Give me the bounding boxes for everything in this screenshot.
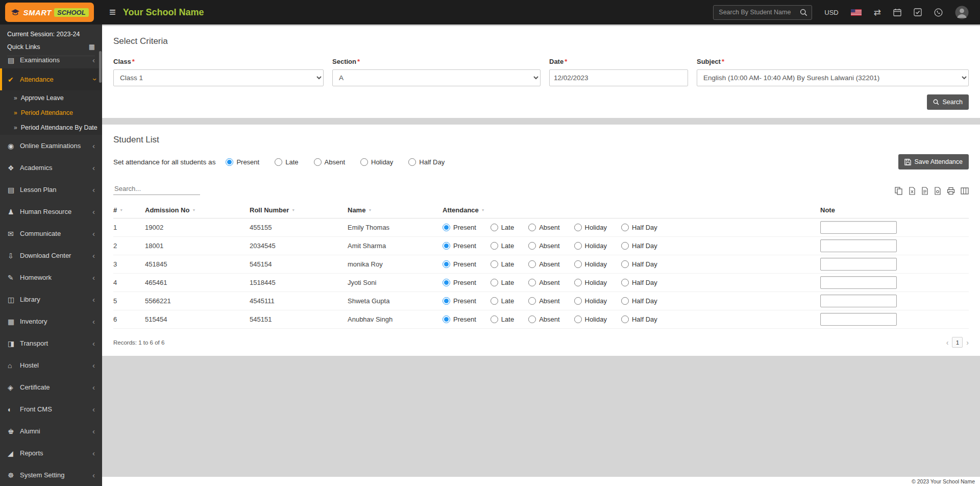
search-button[interactable]: Search: [927, 94, 969, 110]
attendance-option-present[interactable]: Present: [443, 297, 476, 305]
section-select[interactable]: A: [332, 69, 541, 86]
radio-present[interactable]: [443, 260, 450, 268]
search-icon[interactable]: [798, 8, 810, 17]
whatsapp-icon[interactable]: [934, 8, 943, 17]
attendance-option-present[interactable]: Present: [443, 224, 476, 231]
sidebar-item-academics[interactable]: ❖ Academics ‹: [0, 157, 102, 179]
print-icon[interactable]: [947, 187, 955, 195]
sidebar-scrollbar[interactable]: [99, 51, 102, 83]
sidebar-subitem-approve-leave[interactable]: » Approve Leave: [0, 90, 102, 105]
attendance-option-late[interactable]: Late: [491, 242, 514, 250]
sidebar-item-front-cms[interactable]: ◐ Front CMS ‹: [0, 398, 102, 420]
calendar-icon[interactable]: [893, 8, 901, 16]
attendance-option-late[interactable]: Late: [491, 279, 514, 286]
attendance-option-late[interactable]: Late: [275, 158, 298, 166]
currency-selector[interactable]: USD: [824, 9, 838, 16]
attendance-option-absent[interactable]: Absent: [528, 224, 559, 231]
sidebar-item-certificate[interactable]: ◈ Certificate ‹: [0, 376, 102, 398]
columns-icon[interactable]: [961, 187, 969, 195]
radio-absent[interactable]: [314, 158, 322, 166]
note-input[interactable]: [820, 258, 897, 271]
attendance-option-holiday[interactable]: Holiday: [574, 297, 607, 305]
attendance-option-present[interactable]: Present: [443, 260, 476, 268]
attendance-option-holiday[interactable]: Holiday: [360, 158, 393, 166]
attendance-option-absent[interactable]: Absent: [528, 260, 559, 268]
radio-absent[interactable]: [528, 224, 536, 231]
radio-present[interactable]: [443, 297, 450, 305]
radio-half-day[interactable]: [408, 158, 416, 166]
exchange-icon[interactable]: ⇄: [874, 8, 881, 17]
sidebar-item-download-center[interactable]: ⇩ Download Center ‹: [0, 245, 102, 266]
date-input[interactable]: [549, 69, 688, 86]
attendance-option-late[interactable]: Late: [491, 260, 514, 268]
attendance-option-holiday[interactable]: Holiday: [574, 315, 607, 323]
attendance-option-late[interactable]: Late: [491, 297, 514, 305]
sidebar-item-attendance[interactable]: ✔ Attendance ‹: [0, 68, 102, 90]
sidebar-item-online-examinations[interactable]: ◉ Online Examinations ‹: [0, 135, 102, 157]
col-header-name[interactable]: Name▼: [348, 206, 443, 214]
attendance-option-holiday[interactable]: Holiday: [574, 279, 607, 286]
page-number-button[interactable]: 1: [952, 337, 963, 348]
radio-late[interactable]: [491, 260, 498, 268]
radio-absent[interactable]: [528, 260, 536, 268]
radio-half-day[interactable]: [621, 315, 629, 323]
radio-holiday[interactable]: [574, 242, 582, 250]
csv-icon[interactable]: [921, 187, 928, 195]
attendance-option-absent[interactable]: Absent: [528, 315, 559, 323]
radio-holiday[interactable]: [574, 315, 582, 323]
radio-half-day[interactable]: [621, 242, 629, 250]
attendance-option-half-day[interactable]: Half Day: [621, 315, 657, 323]
radio-holiday[interactable]: [574, 297, 582, 305]
sidebar-item-examinations-partial[interactable]: ▤ Examinations ‹: [0, 56, 102, 68]
note-input[interactable]: [820, 313, 897, 326]
attendance-option-present[interactable]: Present: [226, 158, 259, 166]
radio-half-day[interactable]: [621, 260, 629, 268]
attendance-option-holiday[interactable]: Holiday: [574, 242, 607, 250]
sidebar-item-hostel[interactable]: ⌂ Hostel ‹: [0, 354, 102, 376]
radio-absent[interactable]: [528, 242, 536, 250]
attendance-option-absent[interactable]: Absent: [528, 242, 559, 250]
excel-icon[interactable]: [909, 187, 916, 195]
radio-holiday[interactable]: [574, 224, 582, 231]
attendance-option-absent[interactable]: Absent: [314, 158, 345, 166]
radio-absent[interactable]: [528, 297, 536, 305]
col-header-num[interactable]: #▼: [113, 206, 145, 214]
save-attendance-button[interactable]: Save Attendance: [898, 154, 969, 169]
attendance-option-present[interactable]: Present: [443, 279, 476, 286]
radio-absent[interactable]: [528, 315, 536, 323]
sidebar-item-reports[interactable]: ◢ Reports ‹: [0, 442, 102, 464]
radio-half-day[interactable]: [621, 279, 629, 286]
sidebar-subitem-period-attendance[interactable]: » Period Attendance: [0, 105, 102, 120]
app-logo[interactable]: SMART SCHOOL: [5, 3, 94, 22]
sidebar-item-human-resource[interactable]: ♟ Human Resource ‹: [0, 201, 102, 223]
student-search-input[interactable]: [719, 9, 798, 16]
sidebar-item-alumni[interactable]: ♚ Alumni ‹: [0, 420, 102, 442]
task-check-icon[interactable]: [914, 8, 922, 16]
radio-late[interactable]: [491, 297, 498, 305]
attendance-option-half-day[interactable]: Half Day: [408, 158, 445, 166]
note-input[interactable]: [820, 221, 897, 234]
sidebar-item-system-setting[interactable]: ☸ System Setting ‹: [0, 464, 102, 486]
note-input[interactable]: [820, 276, 897, 289]
subject-select[interactable]: English (10:00 AM- 10:40 AM) By Suresh L…: [697, 69, 969, 86]
prev-page-icon[interactable]: ‹: [946, 338, 949, 347]
pdf-icon[interactable]: [934, 187, 941, 195]
attendance-option-holiday[interactable]: Holiday: [574, 224, 607, 231]
sidebar-subitem-period-attendance-by-date[interactable]: » Period Attendance By Date: [0, 120, 102, 135]
menu-icon[interactable]: ≡: [109, 7, 116, 18]
attendance-option-holiday[interactable]: Holiday: [574, 260, 607, 268]
attendance-option-present[interactable]: Present: [443, 315, 476, 323]
attendance-option-late[interactable]: Late: [491, 315, 514, 323]
note-input[interactable]: [820, 295, 897, 307]
col-header-admission[interactable]: Admission No▼: [145, 206, 250, 214]
note-input[interactable]: [820, 239, 897, 252]
radio-late[interactable]: [491, 279, 498, 286]
attendance-option-half-day[interactable]: Half Day: [621, 224, 657, 231]
radio-present[interactable]: [443, 242, 450, 250]
radio-late[interactable]: [275, 158, 282, 166]
radio-holiday[interactable]: [574, 260, 582, 268]
sidebar-item-lesson-plan[interactable]: ▤ Lesson Plan ‹: [0, 179, 102, 201]
user-avatar-icon[interactable]: [955, 6, 969, 19]
radio-half-day[interactable]: [621, 224, 629, 231]
radio-present[interactable]: [443, 279, 450, 286]
